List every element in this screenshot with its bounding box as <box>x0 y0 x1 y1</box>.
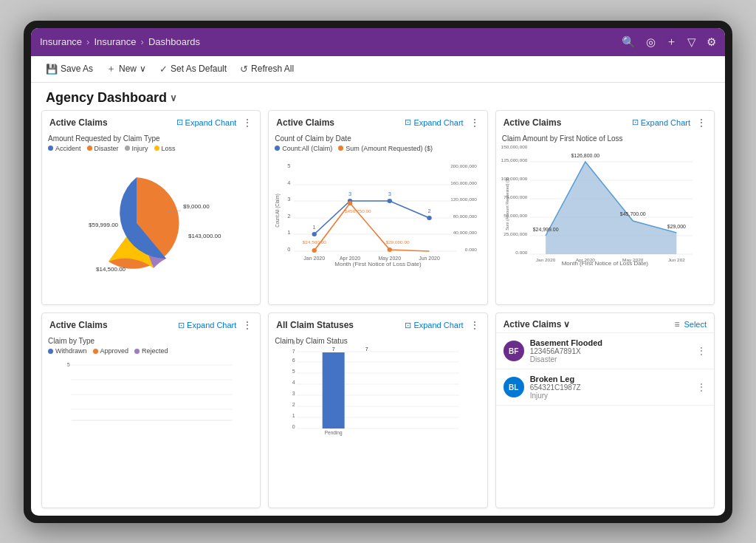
expand-bar-button[interactable]: ⊡ Expand Chart <box>178 321 236 330</box>
claim-id-2: 654321C1987Z <box>530 383 690 392</box>
svg-text:200,000,000: 200,000,000 <box>450 163 477 168</box>
breadcrumb: Insurance › Insurance › Dashboards <box>40 36 622 47</box>
device-frame: Insurance › Insurance › Dashboards 🔍 ◎ ＋… <box>24 21 732 523</box>
settings-icon[interactable]: ⚙ <box>707 35 716 49</box>
area-svg: 0.000 25,000,000 50,000,000 75,000,000 1… <box>502 145 708 263</box>
line-subtitle: Count of Claim by Date <box>275 134 481 143</box>
svg-text:$29,000.00: $29,000.00 <box>386 239 410 245</box>
claim-id-1: 123456A7891X <box>530 347 690 355</box>
svg-text:5: 5 <box>67 362 70 367</box>
svg-text:0: 0 <box>288 246 291 253</box>
claim-2-more-button[interactable]: ⋮ <box>696 381 707 393</box>
bar-svg: 5 <box>48 358 254 424</box>
refresh-button[interactable]: ↺ Refresh All <box>240 64 294 75</box>
count-point-3 <box>388 199 392 203</box>
legend-withdrawn: Withdrawn <box>48 347 87 355</box>
statuses-card-title: All Claim Statuses <box>276 320 405 330</box>
withdrawn-dot <box>48 349 53 354</box>
svg-text:1: 1 <box>292 413 295 418</box>
statuses-more-button[interactable]: ⋮ <box>470 319 480 331</box>
svg-text:3: 3 <box>288 196 291 202</box>
count-point-1 <box>312 232 317 236</box>
svg-text:7: 7 <box>332 346 335 352</box>
save-icon: 💾 <box>46 64 58 75</box>
claim-type-1: Disaster <box>530 355 690 363</box>
claim-1-more-button[interactable]: ⋮ <box>696 345 707 357</box>
expand-line-button[interactable]: ⊡ Expand Chart <box>405 117 463 127</box>
nav-bar: Insurance › Insurance › Dashboards 🔍 ◎ ＋… <box>31 28 725 56</box>
new-button[interactable]: ＋ New ∨ <box>106 62 146 75</box>
nav-icons: 🔍 ◎ ＋ ▽ ⚙ <box>622 35 716 49</box>
count-point-4 <box>427 216 432 220</box>
svg-text:3: 3 <box>388 191 391 197</box>
svg-text:$450,750.00: $450,750.00 <box>345 208 371 214</box>
legend-sum: Sum (Amount Requested) ($) <box>338 145 433 152</box>
area-card-title: Active Claims <box>504 117 632 128</box>
plus-icon[interactable]: ＋ <box>666 35 677 49</box>
claim-name-2: Broken Leg <box>530 375 690 383</box>
bar-subtitle: Claim by Type <box>48 337 254 345</box>
disaster-dot <box>87 146 92 151</box>
expand-area-button[interactable]: ⊡ Expand Chart <box>632 117 690 127</box>
label-loss: $59,999.00 <box>89 222 119 228</box>
claims-list-header: Active Claims ∨ ≡ Select <box>496 313 714 333</box>
filter-icon[interactable]: ▽ <box>687 35 696 49</box>
bar-card-title: Active Claims <box>49 320 178 330</box>
search-icon[interactable]: 🔍 <box>622 35 636 49</box>
check-icon: ✓ <box>159 64 168 75</box>
label-injury: $14,500.00 <box>96 266 126 273</box>
pie-card-title: Active Claims <box>49 117 176 128</box>
pie-chart-body: Amount Requested by Claim Type Accident … <box>42 132 260 305</box>
svg-text:Sum (Amount Requested) ($): Sum (Amount Requested) ($) <box>504 177 509 230</box>
svg-text:Count:All (Claim): Count:All (Claim) <box>275 194 281 227</box>
bar-more-button[interactable]: ⋮ <box>242 319 252 331</box>
bar-chart-body: Claim by Type Withdrawn Approved Reje <box>42 334 260 508</box>
svg-text:$29,000: $29,000 <box>667 224 685 229</box>
claims-title-chevron[interactable]: ∨ <box>563 319 570 329</box>
claim-avatar-bf: BF <box>504 341 524 361</box>
all-claim-statuses-card: All Claim Statuses ⊡ Expand Chart ⋮ Clai… <box>268 313 487 508</box>
area-fill <box>546 162 676 254</box>
expand-statuses-button[interactable]: ⊡ Expand Chart <box>405 321 463 330</box>
target-icon[interactable]: ◎ <box>646 35 656 49</box>
expand-pie-button[interactable]: ⊡ Expand Chant <box>176 117 237 127</box>
amount-point-3 <box>388 247 392 252</box>
dashboard-grid: Active Claims ⊡ Expand Chant ⋮ Amount Re… <box>31 110 725 516</box>
legend-approved: Approved <box>93 347 129 355</box>
set-default-button[interactable]: ✓ Set As Default <box>159 64 227 75</box>
statuses-subtitle: Claim by Claim Status <box>275 337 481 345</box>
select-button[interactable]: Select <box>684 320 707 329</box>
active-claims-line-card: Active Claims ⊡ Expand Chart ⋮ Count of … <box>268 110 487 306</box>
svg-text:Jun 2020: Jun 2020 <box>419 256 440 261</box>
title-chevron-icon[interactable]: ∨ <box>170 92 177 103</box>
svg-text:1: 1 <box>313 224 316 230</box>
svg-text:0.000: 0.000 <box>515 250 528 255</box>
claim-row-1: BF Basement Flooded 123456A7891X Disaste… <box>496 333 714 369</box>
svg-text:$45,700.00: $45,700.00 <box>619 211 645 216</box>
expand-bar-icon: ⊡ <box>178 321 185 330</box>
svg-text:2: 2 <box>292 402 295 407</box>
claim-info-1: Basement Flooded 123456A7891X Disaster <box>530 338 690 363</box>
breadcrumb-insurance[interactable]: Insurance <box>40 36 82 47</box>
legend-loss: Loss <box>154 145 176 152</box>
breadcrumb-dashboards[interactable]: Dashboards <box>148 36 200 47</box>
breadcrumb-insurance2[interactable]: Insurance <box>94 36 136 47</box>
label-disaster: $143,000.00 <box>188 233 221 239</box>
svg-text:7: 7 <box>365 346 368 352</box>
svg-text:6: 6 <box>292 358 295 363</box>
pie-more-button[interactable]: ⋮ <box>242 117 252 129</box>
svg-text:$126,800.00: $126,800.00 <box>571 153 599 158</box>
claim-avatar-bl: BL <box>504 377 524 397</box>
svg-text:Pending: Pending <box>325 430 343 436</box>
area-more-button[interactable]: ⋮ <box>696 117 707 129</box>
svg-text:5: 5 <box>288 163 291 169</box>
svg-text:8: 8 <box>292 340 295 345</box>
label-accident: $9,000.00 <box>183 203 210 210</box>
line-more-button[interactable]: ⋮ <box>470 117 480 129</box>
page-header: Agency Dashboard ∨ <box>31 83 725 110</box>
expand-pie-icon: ⊡ <box>176 117 183 127</box>
svg-text:5: 5 <box>292 369 295 374</box>
save-as-button[interactable]: 💾 Save As <box>46 64 93 75</box>
legend-injury: Injury <box>125 145 148 152</box>
svg-text:125,000,000: 125,000,000 <box>501 157 527 163</box>
